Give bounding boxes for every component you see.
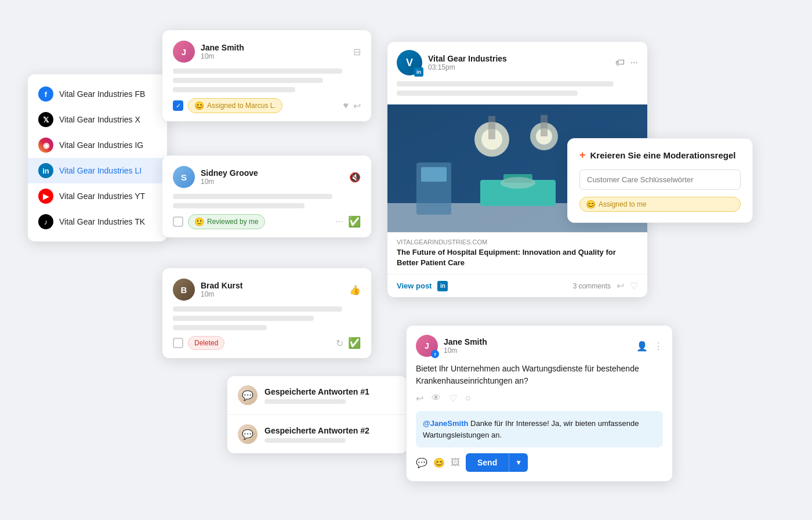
linkedin-footer: View post in 3 comments ↩ ♡ [387,274,647,297]
svg-rect-10 [541,115,548,136]
hide-icon[interactable]: 👁 [432,393,441,404]
comment-header: B Brad Kurst 10m 👍 [173,279,361,301]
user-name-jane: Jane Smith [201,43,244,52]
saved-answers-card: 💬 Gespeicherte Antworten #1 💬 Gespeicher… [227,376,407,453]
comment-card-jane: J Jane Smith 10m ⊟ ✓ 😊 Assigned to Marcu… [162,30,371,121]
more-options-icon[interactable]: ··· [630,57,638,68]
comment-header: J Jane Smith 10m ⊟ [173,41,361,63]
reply-icon[interactable]: ↩ [353,100,361,111]
assign-badge-label: Assigned to Marcus L. [207,102,276,110]
mention-handle: @JaneSmith [423,419,468,428]
reply-card: J f Jane Smith 10m 👤 ⋮ Bietet Ihr Untern… [406,325,673,482]
send-button[interactable]: Send [466,453,509,472]
sidebar-item-fb[interactable]: f Vital Gear Industries FB [28,81,167,107]
saved-line-1 [264,399,346,404]
linkedin-avatar: V in [397,50,422,75]
saved-label-1: Gespeicherte Antworten #1 [264,387,369,396]
sidebar-item-tk[interactable]: ♪ Vital Gear Industries TK [28,209,167,234]
comment-text-lines [173,68,361,92]
footer-icons: ··· [336,216,343,227]
reply-user-name: Jane Smith [444,337,487,346]
sidebar-card: f Vital Gear Industries FB 𝕏 Vital Gear … [28,74,167,241]
sidebar-label-ig: Vital Gear Industries IG [59,140,143,150]
moderation-keyword-input[interactable] [579,169,741,190]
text-line [173,316,314,321]
reply-header-icons: 👤 ⋮ [636,341,663,352]
sidebar-item-yt[interactable]: ▶ Vital Gear Industries YT [28,183,167,209]
avatar-jane: J [173,41,195,63]
reply-time: 10m [444,346,487,355]
comment-checkbox[interactable] [173,216,183,227]
text-line [397,81,614,86]
send-group: Send ▼ [466,453,528,472]
svg-rect-12 [421,167,447,182]
heart-action-icon[interactable]: ♡ [449,393,457,404]
saved-line-2 [264,438,346,443]
heart-icon[interactable]: ♥ [343,100,349,111]
sidebar-label-li: Vital Gear Industries LI [59,166,142,175]
reply-header: J f Jane Smith 10m 👤 ⋮ [416,335,663,357]
svg-point-14 [501,177,535,189]
facebook-badge: f [431,350,439,358]
tag-icon[interactable]: 🏷 [615,57,625,68]
comment-footer: ✓ 😊 Assigned to Marcus L. ♥ ↩ [173,98,361,113]
sidebar-label-tk: Vital Gear Industries TK [59,217,145,226]
user-info: Jane Smith 10m [201,43,244,60]
comment-footer: Deleted ↻ ✅ [173,336,361,350]
refresh-icon[interactable]: ↻ [336,338,343,349]
li-footer-icons: ↩ ♡ [617,280,638,291]
assign-to-me-badge[interactable]: 😊 Assigned to me [579,197,741,212]
circle-check-icon[interactable]: ○ [465,393,471,404]
instagram-icon: ◉ [38,138,53,153]
emoji-icon[interactable]: 😊 [433,457,445,468]
reviewed-badge[interactable]: 🙂 Reviewed by me [188,214,265,229]
reply-footer: 💬 😊 🖼 Send ▼ [416,453,663,472]
more-icon[interactable]: ··· [336,216,343,227]
text-line [173,306,342,312]
text-line [173,194,332,199]
text-line [397,91,578,96]
comment-checkbox[interactable] [173,338,183,348]
sidebar-item-x[interactable]: 𝕏 Vital Gear Industries X [28,107,167,132]
view-post-link[interactable]: View post [397,281,432,290]
linkedin-header: V in Vital Gear Industries 03:15pm 🏷 ··· [387,42,647,81]
moderation-title-text: Kreieren Sie eine Moderationsregel [590,150,736,160]
sidebar-item-li[interactable]: in Vital Gear Industries LI [28,158,167,183]
more-icon[interactable]: ⋮ [654,341,663,352]
sidebar-item-ig[interactable]: ◉ Vital Gear Industries IG [28,132,167,158]
reply-action-icons: ↩ 👁 ♡ ○ [416,393,663,404]
comment-header: S Sidney Groove 10m 🔇 [173,166,361,188]
moderation-title: + Kreieren Sie eine Moderationsregel [579,149,741,161]
twitter-icon: 𝕏 [38,112,53,127]
like-icon[interactable]: ♡ [630,280,638,291]
deleted-badge[interactable]: Deleted [188,336,224,350]
svg-rect-9 [488,116,495,139]
comment-text-lines [173,194,361,208]
saved-answer-2[interactable]: 💬 Gespeicherte Antworten #2 [227,415,407,453]
saved-answer-1[interactable]: 💬 Gespeicherte Antworten #1 [227,376,407,415]
send-dropdown-button[interactable]: ▼ [509,453,528,472]
user-info: Brad Kurst 10m [201,281,242,298]
image-icon[interactable]: 🖼 [451,457,460,468]
comment-card-sidney: S Sidney Groove 10m 🔇 🙂 Reviewed by me ·… [162,156,371,237]
user-info: Sidney Groove 10m [201,168,258,186]
reply-action-icon[interactable]: ↩ [416,393,423,404]
comment-checkbox[interactable]: ✓ [173,100,183,111]
user-name-brad: Brad Kurst [201,281,242,290]
saved-answer-2-info: Gespeicherte Antworten #2 [264,426,369,443]
assign-badge[interactable]: 😊 Assigned to Marcus L. [188,98,282,113]
youtube-icon: ▶ [38,189,53,204]
footer-icons: ♥ ↩ [343,100,361,111]
time-sidney: 10m [201,178,258,186]
reply-text-content: @JaneSmith Danke für Ihr Interesse! Ja, … [423,418,656,440]
saved-answer-1-info: Gespeicherte Antworten #1 [264,387,369,404]
card-icon: ⊟ [353,46,361,57]
text-line [173,68,342,74]
chat-icon[interactable]: 💬 [416,457,427,468]
text-line [173,325,267,330]
assign-me-label: Assigned to me [599,200,647,208]
user-icon[interactable]: 👤 [636,341,648,352]
avatar-brad: B [173,279,195,301]
text-line [173,203,304,208]
share-icon[interactable]: ↩ [617,280,624,291]
